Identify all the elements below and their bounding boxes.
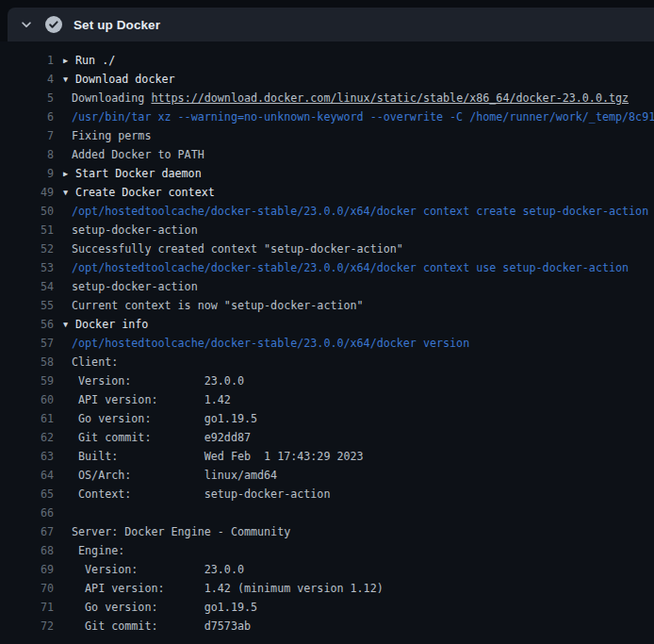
log-line: 70 API version: 1.42 (minimum version 1.… — [0, 579, 654, 598]
log-text: Git commit: e92dd87 — [63, 428, 251, 447]
log-text: OS/Arch: linux/amd64 — [63, 466, 277, 485]
line-number[interactable]: 65 — [0, 485, 54, 504]
line-number[interactable]: 58 — [0, 353, 54, 372]
line-number[interactable]: 4 — [0, 70, 54, 89]
command-text: /opt/hostedtoolcache/docker-stable/23.0.… — [63, 334, 469, 353]
line-number[interactable]: 67 — [0, 522, 54, 541]
log-line: 51setup-docker-action — [0, 221, 654, 239]
log-text: Go version: go1.19.5 — [63, 409, 257, 428]
log-line: 6/usr/bin/tar xz --warning=no-unknown-ke… — [0, 107, 654, 126]
line-number[interactable]: 64 — [0, 466, 54, 485]
line-number[interactable]: 70 — [0, 579, 54, 598]
log-text: setup-docker-action — [63, 221, 198, 239]
log-text: Version: 23.0.0 — [63, 372, 244, 390]
log-text: Server: Docker Engine - Community — [63, 522, 290, 541]
step-title: Set up Docker — [74, 18, 160, 32]
log-line: 67Server: Docker Engine - Community — [0, 522, 654, 541]
log-text: Version: 23.0.0 — [63, 560, 244, 579]
group-toggle[interactable]: ▼Docker info — [63, 315, 148, 334]
line-number[interactable]: 5 — [0, 89, 54, 107]
triangle-down-icon[interactable]: ▼ — [63, 315, 75, 334]
log-line: 52Successfully created context "setup-do… — [0, 239, 654, 258]
log-line: 62 Git commit: e92dd87 — [0, 428, 654, 447]
log-line: 64 OS/Arch: linux/amd64 — [0, 466, 654, 485]
log-text: Engine: — [63, 541, 124, 560]
line-number[interactable]: 63 — [0, 447, 54, 466]
log-text: setup-docker-action — [63, 277, 198, 296]
line-number[interactable]: 54 — [0, 277, 54, 296]
log-text: Current context is now "setup-docker-act… — [63, 296, 364, 315]
command-text: /usr/bin/tar xz --warning=no-unknown-key… — [63, 107, 654, 126]
log-line: 50/opt/hostedtoolcache/docker-stable/23.… — [0, 202, 654, 221]
log-line: 53/opt/hostedtoolcache/docker-stable/23.… — [0, 258, 654, 277]
log-text: Downloading https://download.docker.com/… — [63, 89, 629, 107]
line-number[interactable]: 53 — [0, 258, 54, 277]
log-line: 57/opt/hostedtoolcache/docker-stable/23.… — [0, 334, 654, 353]
command-text: /opt/hostedtoolcache/docker-stable/23.0.… — [63, 202, 648, 221]
log-text: Built: Wed Feb 1 17:43:29 2023 — [63, 447, 364, 466]
log-line: 68 Engine: — [0, 541, 654, 560]
triangle-down-icon[interactable]: ▼ — [63, 70, 75, 89]
step-header[interactable]: Set up Docker — [8, 8, 654, 41]
triangle-down-icon[interactable]: ▼ — [63, 183, 75, 202]
command-text: /opt/hostedtoolcache/docker-stable/23.0.… — [63, 258, 629, 277]
line-number[interactable]: 1 — [0, 51, 54, 70]
line-number[interactable]: 7 — [0, 126, 54, 145]
log-lines: 1▶Run ./4▼Download docker5Downloading ht… — [0, 51, 654, 636]
check-circle-icon — [45, 16, 62, 33]
log-text: Context: setup-docker-action — [63, 485, 330, 504]
group-title: Start Docker daemon — [75, 167, 202, 180]
log-line: 61 Go version: go1.19.5 — [0, 409, 654, 428]
log-line: 55Current context is now "setup-docker-a… — [0, 296, 654, 315]
log-line: 60 API version: 1.42 — [0, 390, 654, 409]
log-link[interactable]: https://download.docker.com/linux/static… — [151, 91, 629, 105]
group-title: Download docker — [75, 73, 175, 86]
line-number[interactable]: 51 — [0, 221, 54, 239]
log-line: 54setup-docker-action — [0, 277, 654, 296]
log-line: 66 — [0, 504, 654, 522]
log-text: Git commit: d7573ab — [63, 617, 251, 636]
line-number[interactable]: 8 — [0, 145, 54, 164]
line-number[interactable]: 56 — [0, 315, 54, 334]
line-number[interactable]: 6 — [0, 107, 54, 126]
group-toggle[interactable]: ▼Download docker — [63, 70, 175, 89]
log-text — [63, 504, 72, 522]
log-line: 69 Version: 23.0.0 — [0, 560, 654, 579]
line-number[interactable]: 59 — [0, 372, 54, 390]
log-line: 8Added Docker to PATH — [0, 145, 654, 164]
log-line: 5Downloading https://download.docker.com… — [0, 89, 654, 107]
line-number[interactable]: 69 — [0, 560, 54, 579]
log-text: Fixing perms — [63, 126, 151, 145]
group-title: Create Docker context — [75, 186, 215, 199]
log-text: Successfully created context "setup-dock… — [63, 239, 403, 258]
line-number[interactable]: 66 — [0, 504, 54, 522]
group-toggle[interactable]: ▶Run ./ — [63, 51, 115, 70]
log-line: 63 Built: Wed Feb 1 17:43:29 2023 — [0, 447, 654, 466]
line-number[interactable]: 60 — [0, 390, 54, 409]
triangle-right-icon[interactable]: ▶ — [63, 51, 75, 70]
line-number[interactable]: 62 — [0, 428, 54, 447]
log-text: Client: — [63, 353, 118, 372]
log-line: 4▼Download docker — [0, 70, 654, 89]
log-text: API version: 1.42 — [63, 390, 231, 409]
line-number[interactable]: 68 — [0, 541, 54, 560]
line-number[interactable]: 57 — [0, 334, 54, 353]
line-number[interactable]: 52 — [0, 239, 54, 258]
triangle-right-icon[interactable]: ▶ — [63, 164, 75, 183]
log-text: Added Docker to PATH — [63, 145, 204, 164]
group-toggle[interactable]: ▼Create Docker context — [63, 183, 215, 202]
log-line: 59 Version: 23.0.0 — [0, 372, 654, 390]
log-line: 71 Go version: go1.19.5 — [0, 598, 654, 617]
line-number[interactable]: 72 — [0, 617, 54, 636]
chevron-down-icon[interactable] — [15, 18, 38, 31]
line-number[interactable]: 9 — [0, 164, 54, 183]
line-number[interactable]: 50 — [0, 202, 54, 221]
log-line: 72 Git commit: d7573ab — [0, 617, 654, 636]
line-number[interactable]: 71 — [0, 598, 54, 617]
line-number[interactable]: 49 — [0, 183, 54, 202]
line-number[interactable]: 55 — [0, 296, 54, 315]
group-toggle[interactable]: ▶Start Docker daemon — [63, 164, 202, 183]
log-line: 65 Context: setup-docker-action — [0, 485, 654, 504]
line-number[interactable]: 61 — [0, 409, 54, 428]
log-area: 1▶Run ./4▼Download docker5Downloading ht… — [0, 41, 654, 644]
